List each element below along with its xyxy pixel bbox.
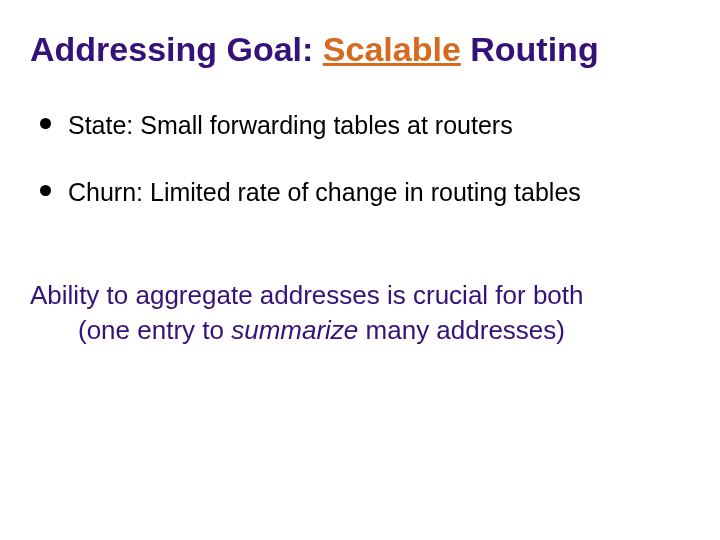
body-line2-emphasis: summarize (231, 315, 358, 345)
body-line-1: Ability to aggregate addresses is crucia… (30, 280, 584, 310)
body-paragraph: Ability to aggregate addresses is crucia… (30, 278, 690, 348)
title-pre: Addressing Goal: (30, 30, 323, 68)
list-item: Churn: Limited rate of change in routing… (36, 176, 690, 209)
slide-title: Addressing Goal: Scalable Routing (30, 30, 690, 69)
bullet-list: State: Small forwarding tables at router… (36, 109, 690, 208)
title-post: Routing (461, 30, 599, 68)
body-line2-pre: (one entry to (78, 315, 231, 345)
title-emphasis: Scalable (323, 30, 461, 68)
list-item: State: Small forwarding tables at router… (36, 109, 690, 142)
body-line2-post: many addresses) (358, 315, 565, 345)
body-line-2: (one entry to summarize many addresses) (30, 313, 690, 348)
slide: Addressing Goal: Scalable Routing State:… (0, 0, 720, 540)
